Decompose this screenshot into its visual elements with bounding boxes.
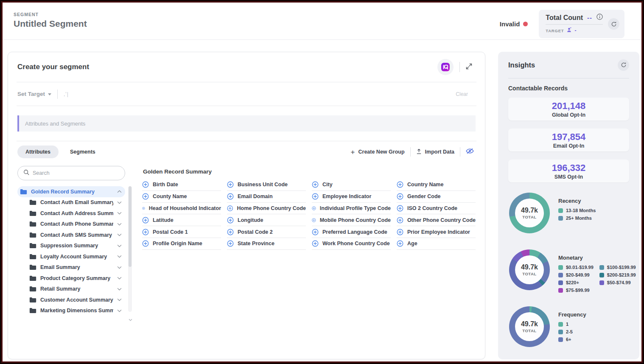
import-data-button[interactable]: Import Data [416,148,454,156]
tab-segments[interactable]: Segments [62,146,104,158]
add-attribute-icon[interactable] [142,193,149,200]
attribute-preferred-language-code[interactable]: Preferred Language Code [312,226,391,238]
tree-item-customer-account-summary[interactable]: Customer Account Summary [27,294,125,305]
refresh-insights-button[interactable] [618,59,629,71]
attribute-business-unit-code[interactable]: Business Unit Code [227,179,306,191]
stat-card-global-opt-in: 201,148Global Opt-In [508,98,629,120]
attribute-gender-code[interactable]: Gender Code [397,191,476,203]
tree-item-suppression-summary[interactable]: Suppression Summary [27,241,125,252]
attribute-state-province[interactable]: State Province [227,238,306,250]
info-icon[interactable] [596,14,603,22]
attribute-individual-profile-type-code[interactable]: Individual Profile Type Code [312,203,391,215]
chevron-down-icon[interactable] [117,288,122,291]
add-attribute-icon[interactable] [397,181,403,188]
add-attribute-icon[interactable] [312,229,319,235]
add-attribute-icon[interactable] [397,193,403,200]
visibility-off-icon[interactable] [466,148,474,156]
legend-title: Frequency [558,311,586,318]
attribute-age[interactable]: Age [397,238,476,250]
attribute-work-phone-country-code[interactable]: Work Phone Country Code [312,238,391,250]
add-attribute-icon[interactable] [312,240,319,247]
attribute-profile-origin-name[interactable]: Profile Origin Name [142,238,221,250]
attribute-home-phone-country-code[interactable]: Home Phone Country Code [227,203,306,215]
add-attribute-icon[interactable] [227,193,234,200]
tree-item-email-summary[interactable]: Email Summary [27,262,125,273]
add-attribute-icon[interactable] [227,205,233,212]
attribute-longitude[interactable]: Longitude [227,214,306,226]
attribute-prior-employee-indicator[interactable]: Prior Employee Indicator [397,226,476,238]
expand-icon[interactable] [466,63,472,71]
attribute-city[interactable]: City [312,179,391,191]
search-input[interactable] [33,170,119,176]
add-attribute-icon[interactable] [227,181,234,188]
add-attribute-icon[interactable] [142,205,145,212]
chevron-up-icon[interactable] [117,190,122,193]
attribute-birth-date[interactable]: Birth Date [142,179,221,191]
chevron-down-icon[interactable] [117,255,122,258]
scroll-down-arrow-icon[interactable] [129,315,132,323]
add-attribute-icon[interactable] [312,205,316,212]
attribute-latitude[interactable]: Latitude [142,214,221,226]
refresh-count-button[interactable] [608,18,619,30]
attribute-head-of-household-indicator[interactable]: Head of Household Indicator [142,203,221,215]
tree-item-product-category-summary[interactable]: Product Category Summary [27,273,125,284]
add-attribute-icon[interactable] [312,193,319,200]
add-attribute-icon[interactable] [227,240,234,247]
add-attribute-icon[interactable] [312,181,319,188]
chevron-down-icon[interactable] [117,277,122,280]
clear-button[interactable]: Clear [456,91,476,97]
chevron-down-icon[interactable] [117,201,122,204]
attribute-label: Postal Code 2 [238,229,273,235]
add-attribute-icon[interactable] [397,205,403,212]
attribute-postal-code-2[interactable]: Postal Code 2 [227,226,306,238]
attributes-segments-dropzone[interactable]: Attributes and Segments [17,115,476,132]
tree-item-marketing-dimensions-summary[interactable]: Marketing Dimensions Summary [27,305,125,316]
chevron-down-icon[interactable] [117,266,122,269]
create-new-group-button[interactable]: + Create New Group [351,148,405,156]
add-attribute-icon[interactable] [142,229,149,235]
add-attribute-icon[interactable] [312,217,316,224]
tab-attributes[interactable]: Attributes [17,146,59,158]
add-attribute-icon[interactable] [397,217,403,224]
add-attribute-icon[interactable] [142,240,149,247]
add-attribute-icon[interactable] [142,181,149,188]
chevron-down-icon[interactable] [117,212,122,215]
status-dot-icon [523,22,528,26]
tree-item-retail-summary[interactable]: Retail Summary [27,284,125,295]
attribute-email-domain[interactable]: Email Domain [227,191,306,203]
attribute-employee-indicator[interactable]: Employee Indicator [312,191,391,203]
tree-item-contact-auth-address-summary[interactable]: Contact Auth Address Summary [27,208,125,219]
tree-item-label: Customer Account Summary [40,297,113,303]
add-attribute-icon[interactable] [227,217,234,224]
add-attribute-icon[interactable] [227,229,234,235]
set-target-button[interactable]: Set Target [17,91,51,97]
attribute-postal-code-1[interactable]: Postal Code 1 [142,226,221,238]
tree-item-contact-auth-email-summary[interactable]: Contact Auth Email Summary [27,197,125,208]
attribute-other-phone-country-code[interactable]: Other Phone Country Code [397,214,476,226]
attribute-iso-2-country-code[interactable]: ISO 2 Country Code [397,203,476,215]
attribute-label: Latitude [153,217,174,223]
tree-item-contact-auth-sms-summary[interactable]: Contact Auth SMS Summary [27,230,125,241]
donut-ring: 49.7kTOTAL [509,306,550,347]
chevron-down-icon[interactable] [117,233,122,236]
stat-value: 197,854 [552,132,586,143]
attribute-label: Business Unit Code [238,182,288,188]
chevron-down-icon[interactable] [117,309,122,312]
add-attribute-icon[interactable] [397,229,403,235]
tree-item-label: Email Summary [40,264,113,270]
donut-legend: Monetary$0.01-$19.99$20-$49.99$220+$75-$… [558,249,636,296]
attribute-county-name[interactable]: County Name [142,191,221,203]
add-attribute-icon[interactable] [142,217,149,224]
chevron-down-icon[interactable] [117,298,122,301]
scrollbar-thumb[interactable] [129,186,132,267]
chevron-down-icon[interactable] [117,244,122,247]
add-attribute-icon[interactable] [397,240,403,247]
tree-item-golden-record-summary[interactable]: Golden Record Summary [17,186,125,197]
attribute-mobile-phone-country-code[interactable]: Mobile Phone Country Code [312,214,391,226]
dropzone-placeholder: Attributes and Segments [25,120,85,127]
tree-item-loyalty-account-summary[interactable]: Loyalty Account Summary [27,251,125,262]
attribute-country-name[interactable]: Country Name [397,179,476,191]
assistant-logo-button[interactable] [437,59,454,75]
tree-item-contact-auth-phone-summary[interactable]: Contact Auth Phone Summary [27,219,125,230]
chevron-down-icon[interactable] [117,223,122,226]
